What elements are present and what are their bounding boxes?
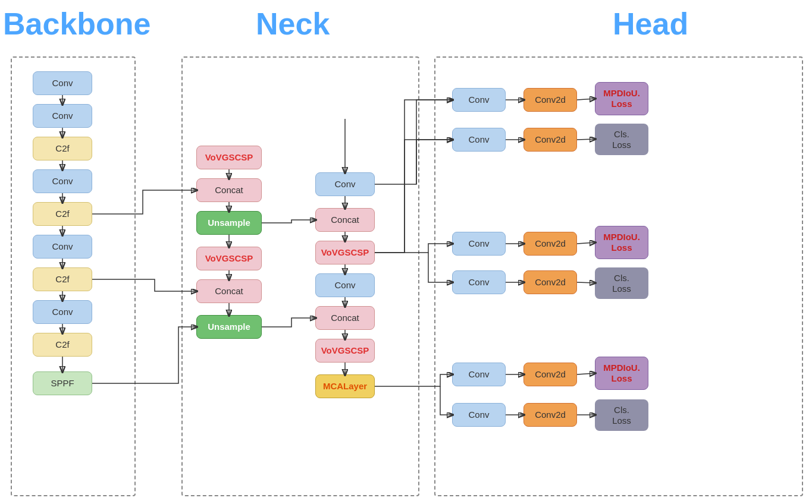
neck-mca: MCALayer <box>315 374 375 398</box>
backbone-conv2: Conv <box>33 104 92 128</box>
head-r1-conv2d1: Conv2d <box>523 88 577 112</box>
neck-up2: Unsample <box>196 315 262 339</box>
neck-conv-mid: Conv <box>315 273 375 297</box>
head-r1-cls: Cls.Loss <box>595 124 648 155</box>
head-r2-conv2d1: Conv2d <box>523 232 577 256</box>
neck-vov2: VoVGSCSP <box>196 247 262 270</box>
neck-conv-top: Conv <box>315 172 375 196</box>
backbone-c2f3: C2f <box>33 267 92 291</box>
backbone-c2f2: C2f <box>33 202 92 226</box>
head-r2-conv2: Conv <box>452 270 506 294</box>
neck-box <box>181 56 419 496</box>
backbone-conv1: Conv <box>33 71 92 95</box>
neck-concat3: Concat <box>315 208 375 232</box>
neck-concat4: Concat <box>315 306 375 330</box>
neck-vov3: VoVGSCSP <box>315 241 375 264</box>
head-r3-conv2d2: Conv2d <box>523 403 577 427</box>
backbone-sppf: SPPF <box>33 371 92 395</box>
neck-up1: Unsample <box>196 211 262 235</box>
head-r1-conv2d2: Conv2d <box>523 128 577 152</box>
neck-title: Neck <box>256 6 330 42</box>
head-r2-cls: Cls.Loss <box>595 267 648 299</box>
neck-concat2: Concat <box>196 279 262 303</box>
head-r3-mpd: MPDIoU.Loss <box>595 357 648 390</box>
backbone-conv3: Conv <box>33 169 92 193</box>
head-title: Head <box>613 6 688 42</box>
neck-vov1: VoVGSCSP <box>196 146 262 169</box>
head-r1-conv1: Conv <box>452 88 506 112</box>
backbone-c2f4: C2f <box>33 333 92 357</box>
backbone-c2f1: C2f <box>33 137 92 160</box>
head-r3-cls: Cls.Loss <box>595 399 648 431</box>
head-r1-conv2: Conv <box>452 128 506 152</box>
backbone-title: Backbone <box>3 6 151 42</box>
head-r2-conv2d2: Conv2d <box>523 270 577 294</box>
head-r3-conv2: Conv <box>452 403 506 427</box>
backbone-conv5: Conv <box>33 300 92 324</box>
neck-vov4: VoVGSCSP <box>315 339 375 363</box>
head-r2-conv1: Conv <box>452 232 506 256</box>
head-r3-conv1: Conv <box>452 363 506 386</box>
neck-concat1: Concat <box>196 178 262 202</box>
head-r2-mpd: MPDIoU.Loss <box>595 226 648 259</box>
head-r1-mpd: MPDIoU.Loss <box>595 82 648 115</box>
head-r3-conv2d1: Conv2d <box>523 363 577 386</box>
backbone-conv4: Conv <box>33 235 92 259</box>
